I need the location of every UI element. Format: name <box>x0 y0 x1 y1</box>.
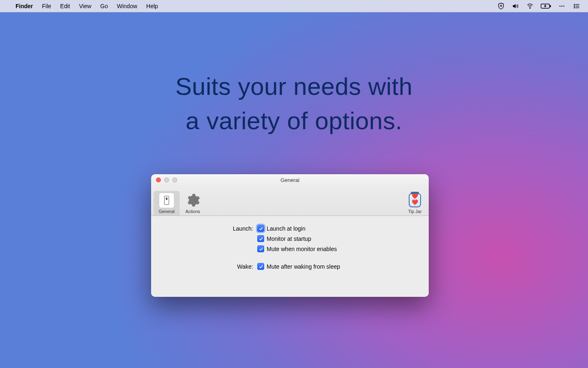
option-monitor-at-startup[interactable]: Monitor at startup <box>257 235 337 242</box>
menubar-help[interactable]: Help <box>146 3 158 9</box>
menubar-view[interactable]: View <box>79 3 91 9</box>
gear-icon <box>185 193 200 208</box>
checkbox-icon <box>257 225 264 232</box>
battery-charging-icon[interactable] <box>541 3 551 9</box>
more-icon[interactable] <box>558 3 566 9</box>
option-label: Mute when monitor enables <box>267 246 337 252</box>
wake-group-label: Wake: <box>163 263 257 270</box>
tab-actions[interactable]: Actions <box>180 191 206 215</box>
tab-general[interactable]: General <box>154 191 180 215</box>
svg-point-1 <box>530 7 530 8</box>
svg-rect-3 <box>550 5 551 7</box>
switch-icon <box>159 193 174 208</box>
menubar-window[interactable]: Window <box>117 3 137 9</box>
checkbox-icon <box>257 263 264 270</box>
menubar-go[interactable]: Go <box>100 3 108 9</box>
svg-point-5 <box>561 5 563 7</box>
option-label: Monitor at startup <box>267 236 311 242</box>
menubar: Finder File Edit View Go Window Help <box>0 0 588 12</box>
option-mute-when-monitor[interactable]: Mute when monitor enables <box>257 245 337 252</box>
window-titlebar[interactable]: General <box>151 174 429 186</box>
menubar-app[interactable]: Finder <box>16 3 33 9</box>
svg-point-7 <box>574 4 575 5</box>
tab-tipjar-label: Tip Jar <box>408 209 421 214</box>
option-label: Launch at login <box>267 225 305 232</box>
window-title: General <box>281 177 299 183</box>
svg-point-6 <box>563 5 564 7</box>
volume-icon[interactable] <box>511 2 519 10</box>
close-button[interactable] <box>156 177 161 182</box>
option-mute-after-wake[interactable]: Mute after waking from sleep <box>257 263 340 270</box>
promo-headline: Suits your needs with a variety of optio… <box>0 70 588 138</box>
preferences-toolbar: General Actions ❤️❤️ Tip Jar <box>151 186 429 216</box>
tab-tipjar[interactable]: ❤️❤️ Tip Jar <box>403 191 426 215</box>
menubar-edit[interactable]: Edit <box>60 3 70 9</box>
tipjar-icon: ❤️❤️ <box>407 193 423 208</box>
svg-point-9 <box>574 6 575 7</box>
launch-group-label: Launch: <box>163 225 257 232</box>
tab-actions-label: Actions <box>185 209 200 214</box>
svg-point-11 <box>574 7 575 8</box>
preferences-window: General General Actions ❤️❤️ Tip Jar Lau… <box>151 174 429 297</box>
svg-point-0 <box>500 5 501 6</box>
option-label: Mute after waking from sleep <box>267 263 340 270</box>
wifi-icon[interactable] <box>526 3 534 9</box>
minimize-button[interactable] <box>164 177 169 182</box>
tab-general-label: General <box>158 209 174 214</box>
checkbox-icon <box>257 245 264 252</box>
svg-point-4 <box>559 5 561 7</box>
menubar-file[interactable]: File <box>42 3 51 9</box>
headline-line-2: a variety of options. <box>0 104 588 138</box>
traffic-lights <box>156 177 177 182</box>
headline-line-1: Suits your needs with <box>0 70 588 104</box>
checkbox-icon <box>257 235 264 242</box>
list-icon[interactable] <box>572 3 581 9</box>
option-launch-at-login[interactable]: Launch at login <box>257 225 337 232</box>
zoom-button[interactable] <box>172 177 177 182</box>
shield-icon[interactable] <box>497 2 505 10</box>
preferences-content: Launch: Launch at login Monitor at start… <box>151 216 429 297</box>
